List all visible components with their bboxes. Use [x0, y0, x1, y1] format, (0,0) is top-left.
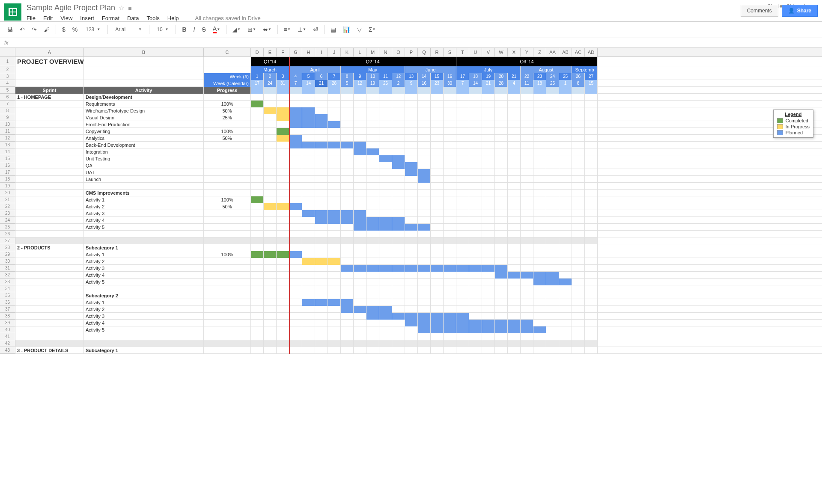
undo-icon[interactable]: ↶	[17, 24, 27, 35]
star-icon[interactable]: ☆	[119, 4, 125, 12]
table-row[interactable]: Wireframe/Prototype Design50%	[15, 107, 822, 114]
table-row[interactable]: CMS Improvements	[15, 190, 822, 196]
table-row[interactable]	[15, 340, 822, 347]
comments-button[interactable]: Comments	[741, 5, 778, 17]
row-number[interactable]: 14	[0, 148, 15, 155]
row-number[interactable]: 5	[0, 87, 15, 94]
table-row[interactable]	[15, 183, 822, 190]
row-number[interactable]: 3	[0, 73, 15, 80]
row-number[interactable]: 17	[0, 169, 15, 176]
paint-format-icon[interactable]: 🖌	[41, 24, 52, 35]
table-row[interactable]	[15, 333, 822, 340]
row-number[interactable]: 40	[0, 326, 15, 333]
row-number[interactable]: 31	[0, 265, 15, 272]
table-row[interactable]: Unit Testing	[15, 155, 822, 162]
table-row[interactable]: Activity 3	[15, 265, 822, 272]
redo-icon[interactable]: ↷	[29, 24, 39, 35]
row-number[interactable]: 32	[0, 272, 15, 279]
row-number[interactable]: 19	[0, 183, 15, 190]
align-button[interactable]: ≡ ▼	[281, 24, 293, 35]
table-row[interactable]: Activity 2	[15, 258, 822, 265]
table-row[interactable]	[15, 231, 822, 237]
table-row[interactable]: Activity 2	[15, 306, 822, 313]
share-button[interactable]: 👤 Share	[782, 5, 818, 17]
row-number[interactable]: 38	[0, 313, 15, 320]
menu-help[interactable]: Help	[167, 15, 179, 21]
strikethrough-button[interactable]: S	[200, 24, 208, 35]
row-number[interactable]: 11	[0, 128, 15, 135]
menu-tools[interactable]: Tools	[146, 15, 159, 21]
row-number[interactable]: 22	[0, 203, 15, 210]
table-row[interactable]: Activity 1100%	[15, 251, 822, 258]
table-row[interactable]: Integration	[15, 148, 822, 155]
table-row[interactable]: Analytics50%	[15, 135, 822, 142]
row-number[interactable]: 7	[0, 101, 15, 107]
link-button[interactable]: ▤	[328, 24, 339, 35]
row-number[interactable]: 20	[0, 190, 15, 196]
filter-button[interactable]: ▽	[354, 24, 364, 35]
table-row[interactable]: Requirements100%	[15, 101, 822, 107]
table-row[interactable]: Activity 3	[15, 313, 822, 320]
row-number[interactable]: 43	[0, 347, 15, 354]
row-number[interactable]: 1	[0, 57, 15, 66]
table-row[interactable]: Activity 4	[15, 217, 822, 224]
fill-color-button[interactable]: ◢ ▼	[230, 24, 243, 35]
row-number[interactable]: 33	[0, 279, 15, 285]
row-number[interactable]: 4	[0, 80, 15, 87]
table-row[interactable]: Activity 5	[15, 279, 822, 285]
table-row[interactable]: PROJECT OVERVIEWQ1'14Q2 '14Q3 '14	[15, 57, 822, 66]
document-title[interactable]: Sample Agile Project Plan	[27, 3, 115, 12]
table-row[interactable]: Week (#)12345678910111213141516171819202…	[15, 73, 822, 80]
formula-bar[interactable]: fx	[0, 38, 822, 48]
menu-data[interactable]: Data	[127, 15, 139, 21]
row-number[interactable]: 30	[0, 258, 15, 265]
row-number[interactable]: 42	[0, 340, 15, 347]
row-number[interactable]: 15	[0, 155, 15, 162]
wrap-button[interactable]: ⏎	[310, 24, 321, 35]
sheets-logo[interactable]	[4, 3, 21, 21]
row-number[interactable]: 24	[0, 217, 15, 224]
row-number[interactable]: 18	[0, 176, 15, 183]
row-number[interactable]: 8	[0, 107, 15, 114]
table-row[interactable]: Activity 250%	[15, 203, 822, 210]
row-number[interactable]: 41	[0, 333, 15, 340]
table-row[interactable]: Subcategory 2	[15, 292, 822, 299]
font-select[interactable]: Arial▼	[111, 25, 146, 34]
font-size-select[interactable]: 10▼	[153, 25, 172, 34]
table-row[interactable]: Activity 3	[15, 210, 822, 217]
valign-button[interactable]: ⊥ ▼	[295, 24, 309, 35]
table-row[interactable]: Copywriting100%	[15, 128, 822, 135]
menu-insert[interactable]: Insert	[80, 15, 94, 21]
table-row[interactable]: Visual Design25%	[15, 114, 822, 121]
borders-button[interactable]: ⊞ ▼	[245, 24, 259, 35]
table-row[interactable]	[15, 237, 822, 244]
table-row[interactable]	[15, 285, 822, 292]
folder-icon[interactable]: ■	[128, 5, 131, 12]
row-number[interactable]: 23	[0, 210, 15, 217]
table-row[interactable]: 2 - PRODUCTSSubcategory 1	[15, 244, 822, 251]
table-row[interactable]: MarchAprilMayJuneJulyAugustSeptemb	[15, 66, 822, 73]
spreadsheet[interactable]: ABCDEFGHIJKLMNOPQRSTUVWXYZAAABACAD 12345…	[0, 48, 822, 354]
table-row[interactable]: SprintActivityProgress	[15, 87, 822, 94]
row-number[interactable]: 6	[0, 94, 15, 101]
table-row[interactable]: Activity 4	[15, 272, 822, 279]
table-row[interactable]: Launch	[15, 176, 822, 183]
row-number[interactable]: 29	[0, 251, 15, 258]
italic-button[interactable]: I	[191, 24, 198, 35]
table-row[interactable]: Week (Calendar)1724317142128512192629162…	[15, 80, 822, 87]
row-number[interactable]: 16	[0, 162, 15, 169]
currency-button[interactable]: $	[60, 24, 68, 35]
percent-button[interactable]: %	[70, 24, 80, 35]
row-number[interactable]: 36	[0, 299, 15, 306]
table-row[interactable]: Activity 1100%	[15, 196, 822, 203]
menu-format[interactable]: Format	[102, 15, 119, 21]
number-format-select[interactable]: 123▼	[82, 25, 104, 34]
row-number[interactable]: 13	[0, 142, 15, 148]
table-row[interactable]: Back-End Development	[15, 142, 822, 148]
row-number[interactable]: 35	[0, 292, 15, 299]
table-row[interactable]: Front-End Production	[15, 121, 822, 128]
table-row[interactable]: Activity 4	[15, 320, 822, 326]
row-number[interactable]: 10	[0, 121, 15, 128]
text-color-button[interactable]: A ▼	[210, 24, 223, 35]
merge-button[interactable]: ⬌ ▼	[260, 24, 274, 35]
